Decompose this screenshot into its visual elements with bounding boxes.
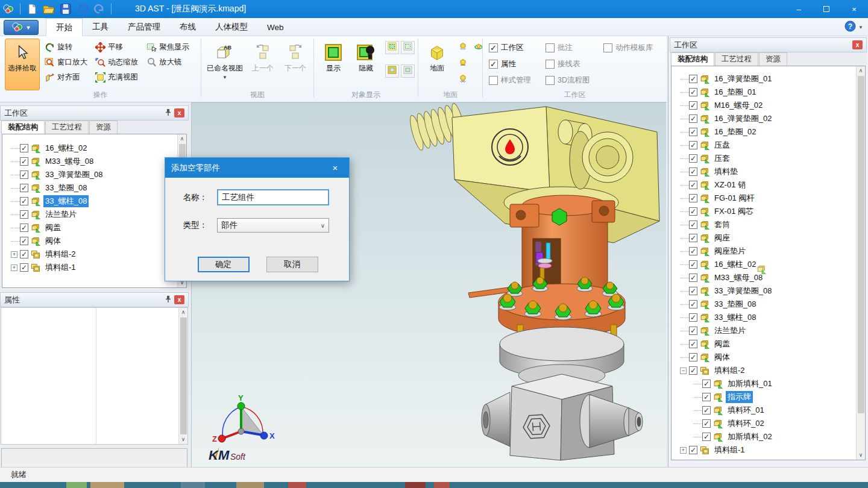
tree-item[interactable]: ✓16_弹簧垫圈_02 [671,112,865,125]
visibility-checkbox[interactable]: ✓ [689,287,697,295]
tree-item[interactable]: +✓填料组-1 [671,443,865,457]
scroll-up-icon[interactable]: ∧ [178,134,186,143]
tree-item-label[interactable]: 16_螺柱_02 [43,142,89,154]
visibility-checkbox[interactable]: ✓ [20,184,28,192]
visibility-checkbox[interactable]: ✓ [689,207,697,216]
visibility-checkbox[interactable]: ✓ [689,114,697,123]
tree-item[interactable]: ✓16_垫圈_01 [671,86,865,99]
object-display-option-3-button[interactable] [385,64,399,78]
expand-icon[interactable]: + [11,251,17,258]
tree-item-label[interactable]: 套筒 [712,219,732,231]
magnifier-button[interactable]: 放大镜 [146,55,189,69]
dialog-title-bar[interactable]: 添加空零部件 × [165,158,349,178]
visibility-checkbox[interactable]: ✓ [702,419,711,428]
tree-item-label[interactable]: 压盘 [712,139,732,151]
visibility-checkbox[interactable]: ✓ [20,237,28,245]
ok-button[interactable]: 确定 [198,257,250,272]
dynamic-zoom-button[interactable]: 动态缩放 [95,55,138,69]
tree-item-label[interactable]: 33_弹簧垫圈_08 [43,169,104,181]
tree-item[interactable]: ✓套筒 [671,218,865,231]
tree-item-label[interactable]: 33_螺柱_08 [43,195,89,207]
collapse-icon[interactable]: − [680,368,687,374]
app-menu-button[interactable]: ▼ [4,20,39,35]
visibility-checkbox[interactable]: ✓ [20,210,28,219]
ground-option-3-button[interactable] [456,56,470,69]
right-tree-scrollbar[interactable]: ∧ ∨ [856,66,865,460]
fit-view-button[interactable]: 充满视图 [95,70,138,84]
tree-item[interactable]: ✓16_螺柱_02 [2,142,186,155]
checkbox[interactable] [546,60,555,69]
visibility-checkbox[interactable]: ✓ [689,128,697,136]
tree-item-label[interactable]: 33_螺柱_08 [712,311,758,324]
tree-item[interactable]: ✓加斯填料_01 [671,377,865,390]
visibility-checkbox[interactable]: ✓ [689,366,697,375]
ribbon-checkbox-2[interactable]: ✓属性 [489,57,531,70]
tree-item[interactable]: −✓填料组-2 [671,364,865,377]
tree-item[interactable]: +✓填料组-2 [2,248,186,261]
ground-button[interactable]: 地面 [422,39,452,74]
tree-item-label[interactable]: FG-01 阀杆 [712,192,756,204]
visibility-checkbox[interactable]: ✓ [689,181,697,189]
tree-item-label[interactable]: 阀体 [712,351,732,363]
close-button[interactable]: × [840,0,868,18]
redo-button[interactable] [92,2,107,16]
tree-item-label[interactable]: 33_垫圈_08 [712,298,758,310]
dialog-close-icon[interactable]: × [327,163,343,173]
tree-item[interactable]: ✓FG-01 阀杆 [671,192,865,205]
scroll-down-icon[interactable]: ∨ [179,435,187,444]
visibility-checkbox[interactable]: ✓ [20,144,28,152]
properties-scrollbar[interactable]: ∧ ∨ [178,308,187,444]
visibility-checkbox[interactable]: ✓ [689,101,697,110]
name-input[interactable]: 工艺组件 [217,189,329,205]
rotate-button[interactable]: 旋转 [45,40,87,54]
visibility-checkbox[interactable]: ✓ [689,340,697,348]
window-zoom-button[interactable]: 窗口放大 [45,55,87,69]
close-panel-button[interactable]: x [852,40,863,49]
close-panel-button[interactable]: x [174,295,184,304]
tree-item[interactable]: ✓填料环_01 [671,404,865,417]
tree-item-label[interactable]: 16_弹簧垫圈_01 [712,73,773,85]
tree-item[interactable]: ✓阀座 [671,231,865,245]
close-panel-button[interactable]: x [174,108,184,117]
tree-item[interactable]: ✓压盘 [671,139,865,152]
visibility-checkbox[interactable]: ✓ [689,274,697,282]
visibility-checkbox[interactable]: ✓ [689,75,697,83]
help-icon[interactable]: ? [844,20,856,34]
tree-item[interactable]: ✓阀盖 [2,221,186,234]
tab-process[interactable]: 工艺过程 [715,52,758,66]
tree-item-label[interactable]: 填料环_02 [726,418,766,430]
visibility-checkbox[interactable]: ✓ [689,260,697,269]
visibility-checkbox[interactable]: ✓ [689,353,697,361]
pan-button[interactable]: 平移 [95,40,138,54]
tree-item[interactable]: ✓XZ-01 销 [671,178,865,192]
tree-item-label[interactable]: 阀盖 [712,338,732,350]
ribbon-checkbox-7[interactable]: 动作模板库 [603,41,653,54]
object-display-option-2-button[interactable] [401,41,415,54]
undo-button[interactable] [75,2,90,16]
tab-process[interactable]: 工艺过程 [45,120,89,134]
tab-assembly-structure[interactable]: 装配结构 [1,120,45,134]
visibility-checkbox[interactable]: ✓ [689,300,697,308]
ground-option-1-button[interactable] [456,40,470,53]
tree-item-label[interactable]: 33_垫圈_08 [43,182,89,194]
visibility-checkbox[interactable]: ✓ [20,263,28,272]
tab-home[interactable]: 开始 [46,18,83,36]
focus-display-button[interactable]: 聚焦显示 [146,40,189,54]
checkbox[interactable]: ✓ [489,60,498,69]
tree-item[interactable]: ✓M33_螺母_08 [671,271,865,284]
tree-item[interactable]: ✓填料垫 [671,165,865,178]
tree-item-label[interactable]: 填料环_01 [726,404,766,416]
tree-item[interactable]: ✓指示牌 [671,390,865,404]
tree-item[interactable]: ✓33_螺柱_08 [2,195,186,208]
tree-item[interactable]: +✓填料组-1 [2,261,186,274]
visibility-checkbox[interactable]: ✓ [702,380,711,388]
checkbox[interactable] [489,76,498,85]
visibility-checkbox[interactable]: ✓ [689,141,697,149]
tree-item[interactable]: ✓填料环_02 [671,417,865,430]
align-face-button[interactable]: 对齐面 [45,70,87,84]
tree-item[interactable]: ✓33_螺柱_08 [671,311,865,324]
tree-item[interactable]: ✓16_垫圈_02 [671,125,865,139]
save-button[interactable] [58,2,73,16]
checkbox[interactable] [603,43,612,52]
scroll-down-icon[interactable]: ∨ [857,451,865,460]
